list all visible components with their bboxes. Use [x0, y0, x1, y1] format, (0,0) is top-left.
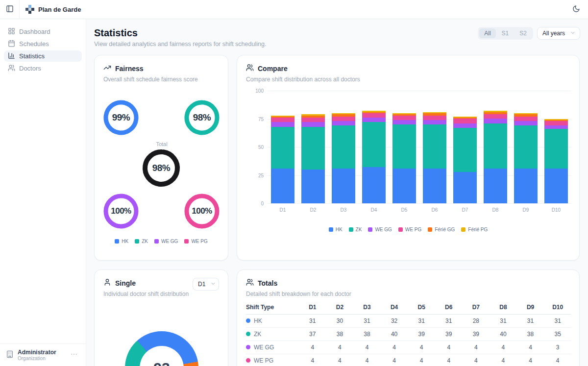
bar-segment-we-pg	[423, 116, 446, 120]
value-cell: 4	[299, 341, 326, 354]
value-cell: 4	[353, 354, 381, 366]
bar-segment-zk	[271, 127, 294, 169]
theme-toggle-button[interactable]	[570, 3, 582, 16]
compare-card-subtitle: Compare shift distribution across all do…	[246, 76, 570, 83]
bar-D5[interactable]	[392, 113, 416, 203]
single-card: Single Individual doctor shift distribut…	[94, 269, 228, 366]
bar-segment-we-gg	[301, 122, 325, 126]
bar-segment-we-pg	[271, 118, 294, 122]
shift-type-cell: WE GG	[246, 341, 299, 354]
x-tick-D10: D10	[541, 207, 571, 213]
bar-segment-zk	[544, 129, 568, 169]
single-donut-chart[interactable]: 93	[125, 331, 198, 366]
totals-card-header: Totals Detailed shift breakdown for each…	[237, 270, 579, 297]
bar-D2[interactable]	[301, 114, 325, 203]
bar-segment-we-gg	[544, 125, 568, 129]
value-cell: 4	[463, 341, 490, 354]
chevron-down-icon	[570, 30, 576, 37]
sidebar-item-label: Schedules	[19, 40, 49, 48]
legend-item-férié-pg: Férié PG	[461, 227, 488, 232]
column-header-d2: D2	[326, 300, 354, 314]
x-tick-D5: D5	[389, 207, 419, 213]
bar-segment-hk	[362, 167, 386, 203]
sidebar-item-doctors[interactable]: Doctors	[4, 63, 82, 74]
gauge-value: 100%	[181, 191, 222, 232]
gauge-value: 98%	[139, 146, 183, 190]
value-cell: 4	[381, 354, 408, 366]
value-cell: 39	[463, 327, 490, 341]
fairness-card-subtitle: Overall shift schedule fairness score	[103, 76, 219, 83]
bar-segment-we-gg	[423, 120, 446, 124]
bar-D4[interactable]	[362, 111, 386, 203]
column-header-d8: D8	[490, 300, 517, 314]
filter-s1[interactable]: S1	[497, 28, 514, 38]
bar-D3[interactable]	[332, 113, 355, 203]
app-brand: Plan de Garde	[25, 5, 81, 14]
users-icon	[8, 64, 15, 73]
account-org: Organization	[18, 356, 56, 361]
fairness-card: Fairness Overall shift schedule fairness…	[94, 55, 228, 261]
bar-segment-hk	[301, 170, 325, 203]
sidebar-toggle-button[interactable]	[4, 3, 16, 16]
fairness-gauge-we-pg: 100%	[181, 191, 222, 232]
sidebar-item-schedules[interactable]: Schedules	[4, 38, 82, 49]
sidebar: DashboardSchedulesStatisticsDoctors Admi…	[0, 19, 86, 366]
column-header-d6: D6	[435, 300, 463, 314]
app-logo-icon	[25, 5, 34, 14]
bar-D7[interactable]	[453, 117, 477, 203]
y-tick-0: 0	[246, 201, 264, 206]
account-menu-button[interactable]	[68, 348, 80, 362]
bar-segment-hk	[453, 172, 477, 203]
fairness-card-header: Fairness Overall shift schedule fairness…	[95, 55, 228, 83]
single-card-subtitle: Individual doctor shift distribution	[103, 291, 219, 297]
filter-all[interactable]: All	[479, 28, 495, 38]
x-tick-D7: D7	[450, 207, 480, 213]
bar-D1[interactable]	[271, 116, 294, 203]
fairness-card-title: Fairness	[115, 65, 144, 73]
doctor-select-value: D1	[198, 281, 205, 288]
y-tick-50: 50	[246, 145, 264, 150]
value-cell: 4	[517, 354, 544, 366]
bar-segment-zk	[301, 127, 325, 170]
single-card-title: Single	[115, 279, 136, 287]
bar-D10[interactable]	[544, 119, 568, 204]
shift-type-cell: HK	[246, 314, 299, 327]
bar-segment-zk	[332, 125, 355, 168]
gridline	[268, 203, 571, 204]
sidebar-item-dashboard[interactable]: Dashboard	[4, 26, 82, 37]
fairness-gauge-we-gg: 100%	[100, 191, 142, 232]
bar-D6[interactable]	[423, 112, 446, 203]
bar-segment-we-pg	[362, 113, 386, 118]
doctor-select[interactable]: D1	[193, 278, 219, 291]
value-cell: 40	[490, 327, 517, 341]
value-cell: 39	[408, 327, 435, 341]
bar-segment-zk	[484, 123, 507, 169]
legend-item-we-gg: WE GG	[154, 239, 178, 244]
totals-card: Totals Detailed shift breakdown for each…	[237, 269, 580, 366]
bar-D8[interactable]	[484, 111, 507, 203]
bar-segment-hk	[484, 169, 507, 203]
sidebar-item-statistics[interactable]: Statistics	[4, 50, 82, 62]
semester-segmented-control: AllS1S2	[478, 27, 533, 40]
compare-legend: HKZKWE GGWE PGFérié GGFérié PG	[237, 227, 579, 232]
value-cell: 4	[408, 341, 435, 354]
value-cell: 4	[517, 341, 544, 354]
fairness-gauge-total: 98%	[139, 146, 183, 190]
users-icon	[246, 64, 254, 73]
value-cell: 39	[435, 327, 463, 341]
users-icon	[246, 278, 254, 288]
moon-icon	[572, 5, 580, 14]
table-row: HK31303132313128313131	[246, 314, 571, 327]
trending-up-icon	[103, 64, 111, 73]
value-cell: 31	[435, 314, 463, 327]
table-row: ZK37383840393939403835	[246, 327, 571, 341]
gauge-value: 99%	[100, 97, 142, 138]
bar-D9[interactable]	[514, 113, 538, 203]
filter-s2[interactable]: S2	[514, 28, 532, 38]
bar-segment-we-gg	[484, 119, 507, 123]
value-cell: 4	[435, 341, 463, 354]
table-row: WE GG4444444443	[246, 341, 571, 354]
year-select[interactable]: All years	[537, 27, 580, 40]
bar-segment-zk	[453, 128, 477, 172]
legend-item-zk: ZK	[135, 239, 148, 244]
